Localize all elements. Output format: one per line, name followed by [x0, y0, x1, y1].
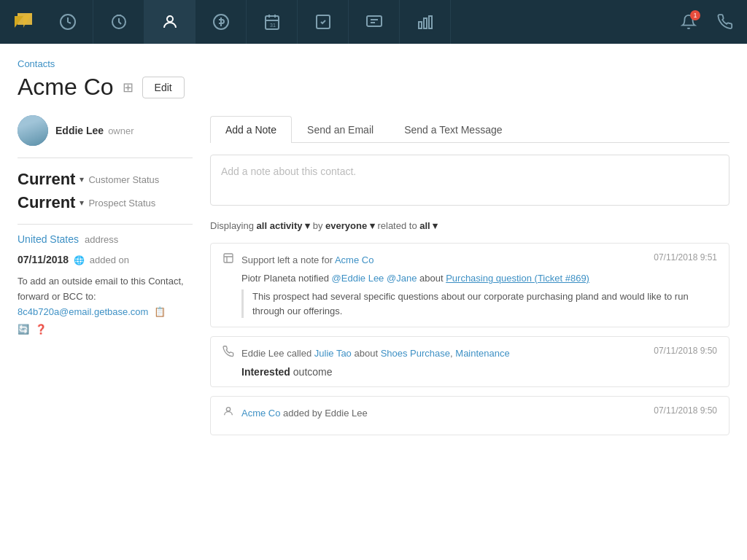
activity-call-outcome: Interested outcome [222, 366, 717, 378]
svg-text:31: 31 [270, 23, 276, 28]
activity-contact-header: Acme Co added by Eddie Lee 07/11/2018 9:… [222, 405, 717, 420]
activity-item-call: Eddie Lee called Julie Tao about Shoes P… [210, 336, 729, 387]
tabs: Add a Note Send an Email Send a Text Mes… [210, 115, 729, 143]
tab-add-note[interactable]: Add a Note [210, 116, 292, 143]
maintenance-link[interactable]: Maintenance [455, 348, 509, 359]
shoes-purchase-link[interactable]: Shoes Purchase [381, 348, 450, 359]
notifications-icon[interactable]: 1 [674, 7, 703, 36]
address-label: address [85, 234, 118, 245]
svg-rect-12 [424, 18, 427, 28]
address-row: United States address [18, 233, 193, 245]
prospect-status-value: Current [18, 193, 75, 212]
acme-co-link[interactable]: Acme Co [241, 408, 280, 419]
activity-note-link[interactable]: Acme Co [335, 254, 374, 265]
svg-rect-11 [419, 22, 422, 28]
nav-contacts[interactable] [144, 0, 196, 44]
help-icon[interactable]: ❓ [35, 322, 47, 338]
activity-call-time: 07/11/2018 9:50 [654, 346, 717, 356]
note-textarea[interactable]: Add a note about this contact. [210, 155, 729, 206]
activity-note-quote: This prospect had several specific quest… [241, 289, 717, 318]
prospect-status-row: Current ▾ Prospect Status [18, 193, 193, 212]
email-forward-address[interactable]: 8c4b720a@email.getbase.com [18, 306, 148, 317]
phone-icon[interactable] [711, 7, 740, 36]
call-icon [222, 346, 234, 360]
activity-note-time: 07/11/2018 9:51 [654, 252, 717, 262]
tab-send-email[interactable]: Send an Email [292, 116, 389, 143]
activity-note-meta: Support left a note for Acme Co [241, 254, 374, 265]
contact-icon [222, 405, 234, 420]
notification-badge: 1 [690, 10, 700, 20]
activity-notification: Piotr Planeta notified @Eddie Lee @Jane … [241, 273, 717, 284]
nav-messages[interactable] [349, 0, 400, 44]
page-title-row: Acme Co ⊞ Edit [18, 74, 729, 101]
svg-rect-13 [429, 16, 432, 28]
divider-1 [18, 224, 193, 225]
filter-related: related to [377, 220, 419, 231]
nav-calendar[interactable]: 31 [247, 0, 298, 44]
nav-deals[interactable] [196, 0, 247, 44]
filter-by: by [313, 220, 325, 231]
owner-role: owner [108, 125, 133, 136]
owner-row: Eddie Lee owner [18, 115, 193, 158]
date-row: 07/11/2018 🌐 added on [18, 254, 193, 265]
outcome-value: Interested [241, 366, 290, 378]
note-icon [222, 252, 234, 267]
activity-note-header: Support left a note for Acme Co 07/11/20… [222, 252, 717, 267]
avatar [18, 115, 48, 146]
content-row: Eddie Lee owner Current ▾ Customer Statu… [18, 115, 729, 444]
customer-status-value: Current [18, 170, 75, 189]
activity-filter: Displaying all activity by everyone rela… [210, 220, 729, 231]
julie-tao-link[interactable]: Julie Tao [314, 348, 352, 359]
activity-type-filter[interactable]: all activity [257, 220, 311, 231]
activity-item-contact: Acme Co added by Eddie Lee 07/11/2018 9:… [210, 396, 729, 435]
owner-info: Eddie Lee owner [55, 125, 134, 136]
prospect-status-dropdown[interactable]: ▾ [80, 198, 84, 208]
activity-call-header-left: Eddie Lee called Julie Tao about Shoes P… [222, 346, 510, 360]
activity-contact-time: 07/11/2018 9:50 [654, 405, 717, 416]
logo[interactable] [7, 6, 39, 38]
breadcrumb[interactable]: Contacts [18, 58, 729, 69]
activity-item-note: Support left a note for Acme Co 07/11/20… [210, 243, 729, 327]
top-nav: 31 1 [0, 0, 747, 44]
activity-call-header: Eddie Lee called Julie Tao about Shoes P… [222, 346, 717, 360]
activity-note-body: Piotr Planeta notified @Eddie Lee @Jane … [222, 273, 717, 318]
address-link[interactable]: United States [18, 233, 79, 245]
edit-button[interactable]: Edit [142, 77, 185, 98]
status-section: Current ▾ Customer Status Current ▾ Pros… [18, 170, 193, 212]
activity-contact-header-left: Acme Co added by Eddie Lee [222, 405, 368, 420]
activity-call-meta: Eddie Lee called Julie Tao about Shoes P… [241, 348, 510, 359]
customer-status-dropdown[interactable]: ▾ [80, 174, 84, 184]
svg-point-5 [167, 16, 173, 22]
customer-status-row: Current ▾ Customer Status [18, 170, 193, 189]
svg-rect-14 [224, 254, 233, 262]
email-action-row: 🔄 ❓ [18, 322, 193, 338]
mention-eddie: @Eddie Lee [332, 273, 384, 284]
filter-prefix: Displaying [210, 220, 254, 231]
tab-send-text[interactable]: Send a Text Message [389, 116, 517, 143]
svg-point-15 [226, 408, 230, 411]
activity-note-header-left: Support left a note for Acme Co [222, 252, 374, 267]
nav-dashboard[interactable] [42, 0, 93, 44]
globe-icon: 🌐 [74, 255, 85, 265]
nav-tasks[interactable] [298, 0, 349, 44]
email-forward-description: To add an outside email to this Contact,… [18, 276, 184, 302]
email-forward-section: To add an outside email to this Contact,… [18, 274, 193, 338]
grid-icon[interactable]: ⊞ [123, 79, 133, 96]
date-added-value: 07/11/2018 [18, 254, 69, 265]
activity-person-filter[interactable]: everyone [325, 220, 375, 231]
copy-icon[interactable]: 📋 [154, 306, 166, 317]
activity-related-filter[interactable]: all [419, 220, 438, 231]
mention-jane: @Jane [387, 273, 417, 284]
nav-reports[interactable] [400, 0, 451, 44]
refresh-icon[interactable]: 🔄 [18, 322, 29, 338]
svg-rect-10 [367, 16, 382, 26]
date-added-label: added on [90, 254, 129, 265]
outcome-label: outcome [293, 366, 333, 378]
page-title: Acme Co [18, 74, 114, 101]
nav-timer[interactable] [93, 0, 144, 44]
customer-status-label: Customer Status [88, 174, 159, 185]
left-sidebar: Eddie Lee owner Current ▾ Customer Statu… [18, 115, 193, 444]
ticket-link[interactable]: Purchasing question (Ticket #869) [446, 273, 589, 284]
prospect-status-label: Prospect Status [88, 198, 155, 209]
main-content: Contacts Acme Co ⊞ Edit Eddie Lee owner … [0, 44, 747, 459]
